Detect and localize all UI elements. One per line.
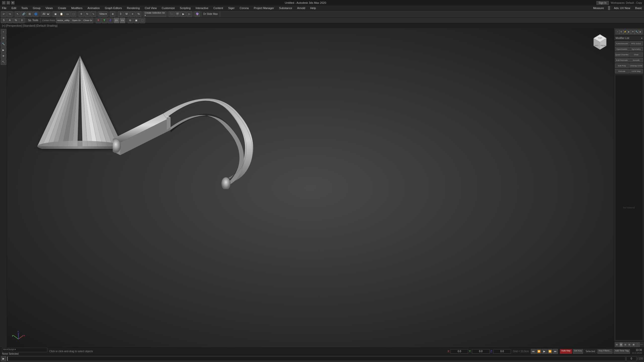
select-by-name[interactable]: 📋 (59, 11, 64, 17)
menu-rendering[interactable]: Rendering (126, 7, 141, 10)
menu-animation[interactable]: Animation (87, 7, 101, 10)
menu-graph-editors[interactable]: Graph Editors (104, 7, 123, 10)
bind-spacewarp[interactable]: 🌀 (33, 11, 38, 17)
viewport[interactable]: TOP LEFT FRONT x y z (7, 28, 614, 347)
menu-corona[interactable]: Corona (239, 7, 250, 10)
material-editor[interactable]: 🔮 (194, 11, 200, 17)
turbosmooth-btn[interactable]: TurboSmooth (615, 41, 629, 46)
menu-views[interactable]: Views (45, 7, 54, 10)
prev-frame[interactable]: ⏪ (536, 349, 541, 354)
edit-poly-btn[interactable]: Edit Poly (615, 63, 629, 68)
view-btn1[interactable]: ⧉ (128, 18, 133, 23)
uvw-map-btn[interactable]: UVW Map (629, 69, 643, 73)
view-icon-3[interactable]: ▧ (623, 342, 627, 347)
percent[interactable]: % (136, 11, 141, 17)
close-button[interactable]: ✕ (11, 1, 15, 5)
menu-project-manager[interactable]: Project Manager (253, 7, 275, 10)
create-panel[interactable]: + (1, 29, 6, 35)
create-tab[interactable]: + (616, 30, 619, 34)
menu-arnold[interactable]: Arnold (296, 7, 306, 10)
create-sel-set[interactable]: Create Selection Se ▾ (144, 11, 166, 17)
hierarchy-tab[interactable]: ⚡ (623, 30, 627, 34)
view-icon-2[interactable]: ▦ (619, 342, 623, 347)
shell-btn[interactable]: Shell (629, 52, 643, 57)
menu-customize[interactable]: Customize (161, 7, 176, 10)
toggle-3d[interactable]: 3 (118, 11, 123, 17)
menu-group[interactable]: Group (32, 7, 42, 10)
rect-select[interactable]: ▭ (65, 11, 70, 17)
minimize-button[interactable]: ─ (2, 1, 6, 5)
adv-uv-new[interactable]: Adv. UV New (613, 7, 631, 10)
snaps-toggle[interactable]: S (1, 18, 7, 23)
move-button[interactable]: ✛ (78, 11, 84, 17)
display-tab[interactable]: 👁 (631, 30, 635, 34)
menu-file[interactable]: File (1, 7, 8, 10)
opensubdiv-btn[interactable]: OpenSubdiv (615, 47, 629, 51)
undo-button[interactable]: ↩ (1, 11, 7, 17)
viewcube[interactable]: TOP LEFT FRONT (591, 33, 609, 51)
ffd-btn[interactable]: FFD 2x2x2 (629, 41, 643, 46)
menu-modifiers[interactable]: Modifiers (70, 7, 84, 10)
utilities-panel[interactable]: 🔨 (1, 59, 6, 65)
key-filters-btn[interactable]: Key Filters... (597, 349, 613, 354)
view-icon-1[interactable]: ▤ (615, 342, 619, 347)
redo-button[interactable]: ↪ (7, 11, 13, 17)
yz-constraint[interactable]: YV (120, 18, 125, 23)
angle-snap[interactable]: A (7, 18, 13, 23)
menu-scripting[interactable]: Scripting (179, 7, 192, 10)
display-panel[interactable]: 👁 (1, 53, 6, 59)
select-link[interactable]: 🔗 (21, 11, 26, 17)
select-object[interactable]: ▣ (53, 11, 58, 17)
next-frame[interactable]: ⏩ (547, 349, 552, 354)
close-group[interactable]: Close Gr (82, 18, 93, 23)
render-prod[interactable]: ▷ (187, 11, 192, 17)
menu-tools[interactable]: Tools (20, 7, 29, 10)
use-pivot[interactable]: ⊕ (110, 11, 115, 17)
reference-coord[interactable]: View ▾ (98, 11, 108, 17)
menu-help[interactable]: Help (309, 7, 317, 10)
sign-in-button[interactable]: Sign In (596, 1, 609, 5)
x-input[interactable] (451, 349, 468, 354)
hierarchy-panel[interactable]: 🔧 (1, 41, 6, 47)
edit-normals-btn[interactable]: Edit Normals (615, 58, 629, 62)
frame-number[interactable] (626, 356, 636, 361)
symmetry-btn[interactable]: Symmetry (629, 47, 643, 51)
play-anim[interactable]: ▶ (542, 349, 547, 354)
go-to-end[interactable]: ⏭ (553, 349, 558, 354)
maxscript-panel[interactable]: MAXScript ▾ (2, 348, 47, 352)
z-input[interactable] (493, 349, 511, 354)
basic-button[interactable]: Basic (634, 7, 643, 10)
set-key-btn[interactable]: Set Key (573, 349, 583, 354)
menu-substance[interactable]: Substance (278, 7, 293, 10)
modify-panel[interactable]: ⚙ (1, 35, 6, 41)
unwrap-uvw-btn[interactable]: Unwrap UVW (629, 63, 643, 68)
menu-create[interactable]: Create (57, 7, 67, 10)
unlink[interactable]: ⛓ (27, 11, 32, 17)
mirror[interactable]: M (124, 11, 129, 17)
select-button[interactable]: ↖ (15, 11, 20, 17)
timeline-play[interactable]: ▶ (1, 356, 6, 361)
modifier-list-arrow[interactable]: ▾ (641, 37, 642, 39)
maximize-button[interactable]: □ (7, 1, 10, 5)
view-btn3[interactable]: ⬚ (140, 18, 145, 23)
open-group[interactable]: Open Gr (71, 18, 82, 23)
selection-filter[interactable]: All (41, 12, 50, 17)
xy-constraint[interactable]: ZX (114, 18, 119, 23)
motion-panel[interactable]: ▶ (1, 47, 6, 53)
menu-interactive[interactable]: Interactive (195, 7, 210, 10)
align[interactable]: ≡ (130, 11, 135, 17)
view-icon-5[interactable]: ▩ (632, 342, 636, 347)
percent-snap[interactable]: % (13, 18, 19, 23)
rotate-button[interactable]: ↻ (85, 11, 90, 17)
smooth-btn[interactable]: Smooth (629, 58, 643, 62)
view-icon-4[interactable]: ▨ (628, 342, 631, 347)
menu-content[interactable]: Content (212, 7, 224, 10)
z-constraint[interactable]: Z (108, 18, 113, 23)
quad-chamfer-btn[interactable]: Quad Chamfer (615, 52, 629, 57)
render-frame[interactable]: ▶ (181, 11, 186, 17)
render-setup[interactable]: 🎬 (175, 11, 180, 17)
timeline-track[interactable] (7, 356, 625, 361)
resize-utility[interactable]: resize_utility (56, 18, 71, 23)
menu-edit[interactable]: Edit (11, 7, 17, 10)
window-select[interactable]: ⬚ (71, 11, 76, 17)
